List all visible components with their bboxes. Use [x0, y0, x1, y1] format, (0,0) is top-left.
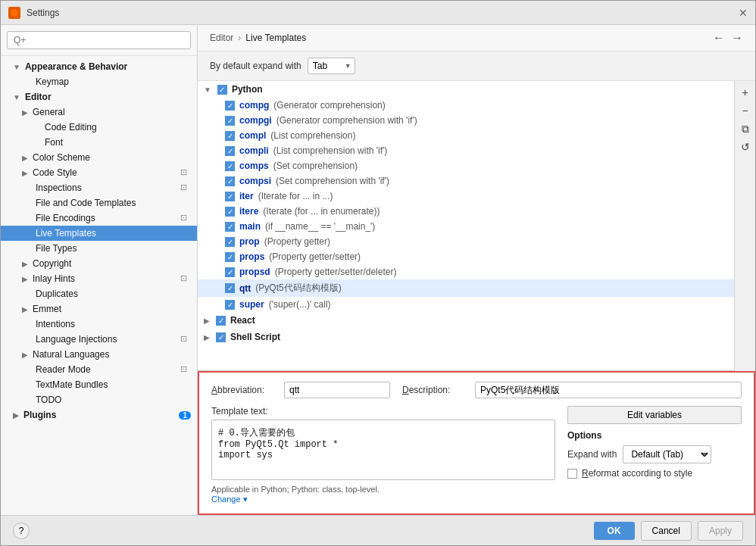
item-checkbox[interactable]: [225, 300, 235, 310]
group-header-python[interactable]: ▼ Python: [198, 81, 734, 98]
help-button[interactable]: ?: [13, 523, 30, 539]
sidebar-item-label: Intentions: [36, 319, 75, 329]
sidebar-item-font[interactable]: Font: [1, 135, 197, 150]
sidebar-item-editor[interactable]: ▼Editor: [1, 89, 197, 105]
sidebar-item-textmate-bundles[interactable]: TextMate Bundles: [1, 377, 197, 392]
item-checkbox[interactable]: [225, 131, 235, 141]
template-item-compli[interactable]: compli (List comprehension with 'if'): [198, 143, 734, 158]
template-name: iter: [239, 191, 254, 201]
group-checkbox[interactable]: [217, 85, 227, 95]
sidebar-item-label: TODO: [36, 395, 61, 405]
tree-arrow: ▼: [13, 63, 20, 71]
template-name: compli: [239, 145, 269, 156]
sidebar-item-general[interactable]: ▶General: [1, 105, 197, 120]
sidebar-item-file-code-templates[interactable]: File and Code Templates: [1, 195, 197, 211]
template-code[interactable]: # 0.导入需要的包 from PyQt5.Qt import * import…: [211, 420, 555, 480]
sidebar-item-natural-languages[interactable]: ▶Natural Languages: [1, 347, 197, 362]
abbreviation-input[interactable]: [284, 382, 390, 398]
template-item-propsd[interactable]: propsd (Property getter/setter/deleter): [198, 264, 734, 279]
apply-button[interactable]: Apply: [698, 521, 743, 541]
reformat-checkbox[interactable]: [567, 469, 577, 479]
template-item-main[interactable]: main (if __name__ == '__main_'): [198, 219, 734, 234]
edit-variables-button[interactable]: Edit variables: [567, 406, 742, 424]
sidebar-item-copyright[interactable]: ▶Copyright: [1, 256, 197, 271]
group-checkbox[interactable]: [216, 332, 226, 342]
sidebar-item-emmet[interactable]: ▶Emmet: [1, 301, 197, 317]
template-item-compgi[interactable]: compgi (Generator comprehension with 'if…: [198, 113, 734, 128]
group-label: Shell Script: [230, 332, 280, 342]
add-template-button[interactable]: +: [737, 84, 754, 101]
item-checkbox[interactable]: [225, 283, 235, 293]
item-checkbox[interactable]: [225, 116, 235, 126]
close-button[interactable]: ✕: [739, 7, 748, 19]
cancel-button[interactable]: Cancel: [641, 521, 692, 541]
item-checkbox[interactable]: [225, 101, 235, 111]
template-item-comps[interactable]: comps (Set comprehension): [198, 158, 734, 173]
template-name: compl: [239, 130, 266, 141]
sidebar-item-inspections[interactable]: Inspections⊡: [1, 180, 197, 195]
sidebar-item-code-style[interactable]: ▶Code Style⊡: [1, 165, 197, 180]
template-desc: (Set comprehension with 'if'): [276, 176, 389, 186]
top-controls: By default expand with Tab Enter Space: [198, 51, 755, 81]
sidebar-item-language-injections[interactable]: Language Injections⊡: [1, 332, 197, 347]
sidebar-item-label: File Types: [36, 243, 77, 254]
template-item-qtt[interactable]: qtt (PyQt5代码结构模版): [198, 279, 734, 297]
sidebar-item-intentions[interactable]: Intentions: [1, 317, 197, 332]
expand-with-select[interactable]: Default (Tab) Tab Enter Space: [623, 445, 711, 463]
item-checkbox[interactable]: [225, 252, 235, 262]
sidebar-item-reader-mode[interactable]: Reader Mode⊡: [1, 362, 197, 377]
template-item-prop[interactable]: prop (Property getter): [198, 234, 734, 249]
template-text-label: Template text:: [211, 406, 555, 417]
item-checkbox[interactable]: [225, 146, 235, 156]
sidebar-item-duplicates[interactable]: Duplicates: [1, 286, 197, 301]
search-input[interactable]: [7, 31, 191, 49]
template-item-compg[interactable]: compg (Generator comprehension): [198, 98, 734, 113]
sidebar-item-code-editing[interactable]: Code Editing: [1, 120, 197, 135]
template-item-compl[interactable]: compl (List comprehension): [198, 128, 734, 143]
ok-button[interactable]: OK: [594, 522, 635, 540]
sidebar-item-file-types[interactable]: File Types: [1, 241, 197, 256]
group-header-shell-script[interactable]: ▶ Shell Script: [198, 329, 734, 345]
options-section: Options Expand with Default (Tab) Tab En…: [567, 430, 742, 479]
sidebar-item-appearance[interactable]: ▼Appearance & Behavior: [1, 59, 197, 74]
ext-icon: ⊡: [180, 364, 191, 375]
item-checkbox[interactable]: [225, 161, 235, 171]
item-checkbox[interactable]: [225, 192, 235, 201]
sidebar-item-keymap[interactable]: Keymap: [1, 74, 197, 89]
sidebar-item-file-encodings[interactable]: File Encodings⊡: [1, 211, 197, 226]
change-link-row: Change ▾: [211, 494, 555, 504]
change-link[interactable]: Change ▾: [211, 495, 248, 504]
template-group-react: ▶ React: [198, 312, 734, 329]
template-item-compsi[interactable]: compsi (Set comprehension with 'if'): [198, 173, 734, 189]
sidebar-item-color-scheme[interactable]: ▶Color Scheme: [1, 150, 197, 165]
sidebar-item-inlay-hints[interactable]: ▶Inlay Hints⊡: [1, 271, 197, 286]
back-button[interactable]: ←: [713, 31, 725, 45]
reformat-label: Reformat according to style: [582, 468, 692, 479]
item-checkbox[interactable]: [225, 222, 235, 232]
item-checkbox[interactable]: [225, 237, 235, 247]
item-checkbox[interactable]: [225, 267, 235, 277]
sidebar-item-label: Copyright: [33, 258, 71, 269]
group-checkbox[interactable]: [216, 316, 226, 326]
reset-template-button[interactable]: ↺: [737, 139, 754, 155]
tree-arrow: ▶: [22, 275, 28, 283]
sidebar-item-label: Reader Mode: [36, 364, 91, 375]
template-desc: (if __name__ == '__main_'): [265, 221, 375, 232]
copy-template-button[interactable]: ⧉: [737, 120, 754, 137]
template-item-super[interactable]: super ('super(...)' call): [198, 297, 734, 312]
sidebar-item-todo[interactable]: TODO: [1, 392, 197, 407]
sidebar-item-live-templates[interactable]: Live Templates: [1, 226, 197, 241]
template-item-props[interactable]: props (Property getter/setter): [198, 249, 734, 264]
item-checkbox[interactable]: [225, 207, 235, 217]
item-checkbox[interactable]: [225, 176, 235, 186]
forward-button[interactable]: →: [731, 31, 743, 45]
description-input[interactable]: [475, 382, 742, 398]
sidebar-item-plugins[interactable]: ▶Plugins1: [1, 407, 197, 423]
expand-select[interactable]: Tab Enter Space: [308, 58, 355, 74]
tree-arrow: ▶: [13, 411, 19, 420]
template-item-itere[interactable]: itere (Iterate (for ... in enumerate)): [198, 204, 734, 219]
group-header-react[interactable]: ▶ React: [198, 312, 734, 329]
template-name: super: [239, 299, 264, 310]
remove-template-button[interactable]: −: [737, 102, 754, 119]
template-item-iter[interactable]: iter (Iterate for ... in ...): [198, 189, 734, 204]
